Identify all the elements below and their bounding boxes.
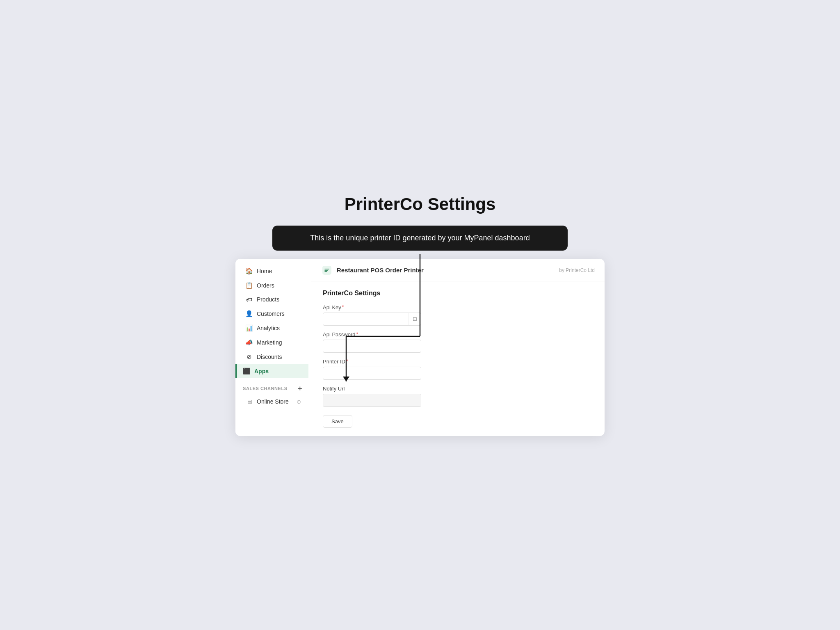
printer-id-label: Printer ID * — [323, 358, 593, 365]
api-key-group: Api Key * ⊡ — [323, 304, 593, 326]
marketing-icon: 📣 — [245, 339, 253, 346]
sales-channels-label: SALES CHANNELS — [243, 386, 288, 391]
save-button[interactable]: Save — [323, 415, 352, 428]
online-store-icon: 🖥 — [245, 398, 253, 405]
printer-id-group: Printer ID * — [323, 358, 593, 380]
customers-icon: 👤 — [245, 310, 253, 317]
api-password-label: Api Password * — [323, 331, 593, 338]
notify-url-input-wrapper — [323, 394, 421, 407]
app-header-icon — [321, 265, 333, 276]
settings-title: PrinterCo Settings — [323, 290, 593, 297]
sidebar-item-apps[interactable]: ⬛ Apps — [235, 364, 308, 378]
online-store-settings-icon[interactable]: ⊙ — [297, 399, 301, 405]
sidebar-item-discounts[interactable]: ⊘ Discounts — [238, 350, 308, 364]
api-key-input-wrapper: ⊡ — [323, 313, 421, 326]
api-password-required: * — [356, 331, 358, 337]
sidebar-item-home[interactable]: 🏠 Home — [238, 264, 308, 278]
notify-url-input[interactable] — [323, 394, 421, 406]
sidebar-label-analytics: Analytics — [257, 325, 280, 331]
sidebar-label-home: Home — [257, 268, 272, 274]
sidebar-label-discounts: Discounts — [257, 354, 282, 360]
products-icon: 🏷 — [245, 296, 253, 303]
sidebar-item-products[interactable]: 🏷 Products — [238, 293, 308, 306]
browser-window: 🏠 Home 📋 Orders 🏷 Products 👤 Customers — [235, 259, 605, 436]
sales-channels-section: SALES CHANNELS ＋ — [235, 379, 311, 395]
sidebar-label-marketing: Marketing — [257, 339, 282, 346]
main-content: Restaurant POS Order Printer by PrinterC… — [311, 259, 605, 436]
notify-url-group: Notify Url — [323, 386, 593, 407]
api-key-label: Api Key * — [323, 304, 593, 310]
sidebar-label-customers: Customers — [257, 310, 285, 317]
app-header: Restaurant POS Order Printer by PrinterC… — [311, 259, 605, 281]
analytics-icon: 📊 — [245, 324, 253, 332]
api-password-input-wrapper — [323, 340, 421, 353]
add-sales-channel-button[interactable]: ＋ — [297, 384, 304, 393]
sidebar-item-orders[interactable]: 📋 Orders — [238, 278, 308, 292]
settings-body: PrinterCo Settings Api Key * ⊡ — [311, 281, 605, 436]
printer-id-input-wrapper — [323, 367, 421, 380]
api-key-input[interactable] — [323, 313, 409, 325]
printer-id-input[interactable] — [323, 367, 421, 379]
api-password-group: Api Password * — [323, 331, 593, 353]
sidebar-label-apps: Apps — [254, 368, 269, 374]
api-key-toggle-icon[interactable]: ⊡ — [409, 313, 421, 325]
api-key-required: * — [342, 304, 344, 310]
api-password-input[interactable] — [323, 340, 421, 352]
sidebar: 🏠 Home 📋 Orders 🏷 Products 👤 Customers — [235, 259, 311, 436]
app-byline: by PrinterCo Ltd — [559, 267, 595, 273]
sidebar-label-orders: Orders — [257, 282, 274, 289]
sidebar-item-online-store[interactable]: 🖥 Online Store ⊙ — [238, 395, 308, 409]
sidebar-label-online-store: Online Store — [257, 398, 289, 405]
page-title: PrinterCo Settings — [345, 194, 496, 214]
orders-icon: 📋 — [245, 282, 253, 289]
sidebar-item-analytics[interactable]: 📊 Analytics — [238, 321, 308, 335]
printer-id-required: * — [346, 358, 348, 364]
sidebar-item-marketing[interactable]: 📣 Marketing — [238, 336, 308, 349]
home-icon: 🏠 — [245, 267, 253, 275]
sidebar-label-products: Products — [257, 296, 279, 303]
notify-url-label: Notify Url — [323, 386, 593, 392]
tooltip-box: This is the unique printer ID generated … — [272, 226, 568, 251]
sidebar-item-customers[interactable]: 👤 Customers — [238, 307, 308, 321]
discounts-icon: ⊘ — [245, 353, 253, 361]
app-header-title: Restaurant POS Order Printer — [337, 267, 424, 274]
apps-icon: ⬛ — [243, 368, 250, 375]
